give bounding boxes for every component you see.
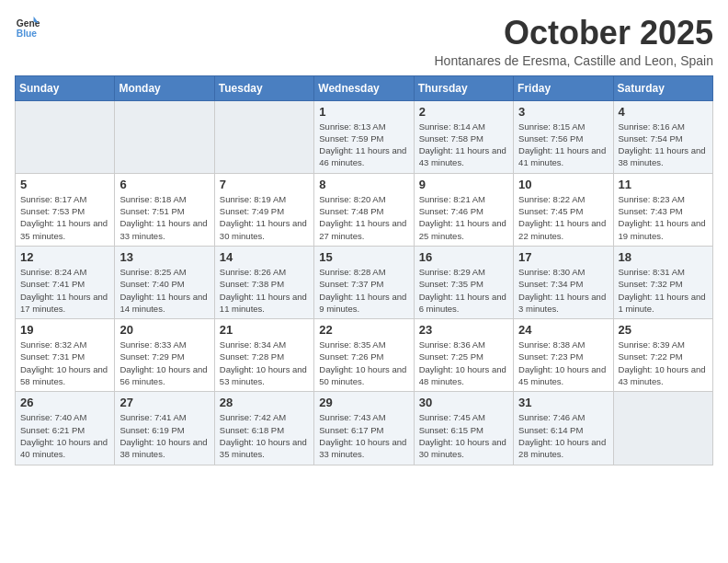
calendar-cell: 1Sunrise: 8:13 AM Sunset: 7:59 PM Daylig…	[314, 100, 414, 173]
day-number: 29	[319, 396, 408, 409]
day-number: 9	[419, 178, 508, 191]
calendar-cell: 9Sunrise: 8:21 AM Sunset: 7:46 PM Daylig…	[414, 173, 513, 246]
day-info: Sunrise: 8:20 AM Sunset: 7:48 PM Dayligh…	[319, 193, 408, 242]
day-number: 12	[20, 250, 109, 264]
calendar-cell: 30Sunrise: 7:45 AM Sunset: 6:15 PM Dayli…	[414, 392, 513, 465]
day-number: 3	[518, 105, 608, 119]
svg-text:Blue: Blue	[17, 29, 38, 39]
day-number: 21	[220, 323, 309, 337]
calendar-cell: 28Sunrise: 7:42 AM Sunset: 6:18 PM Dayli…	[214, 392, 313, 465]
calendar-week-row: 1Sunrise: 8:13 AM Sunset: 7:59 PM Daylig…	[16, 100, 713, 173]
day-info: Sunrise: 8:18 AM Sunset: 7:51 PM Dayligh…	[119, 193, 209, 242]
weekday-header-row: SundayMondayTuesdayWednesdayThursdayFrid…	[16, 75, 713, 100]
calendar-cell: 22Sunrise: 8:35 AM Sunset: 7:26 PM Dayli…	[314, 319, 414, 392]
weekday-header-wednesday: Wednesday	[314, 75, 414, 100]
day-number: 6	[119, 178, 209, 191]
calendar-cell: 10Sunrise: 8:22 AM Sunset: 7:45 PM Dayli…	[514, 173, 613, 246]
day-info: Sunrise: 8:24 AM Sunset: 7:41 PM Dayligh…	[20, 266, 109, 315]
day-number: 1	[319, 105, 408, 119]
day-number: 24	[518, 323, 608, 337]
day-number: 23	[419, 323, 508, 337]
calendar-cell: 2Sunrise: 8:14 AM Sunset: 7:58 PM Daylig…	[414, 100, 513, 173]
day-info: Sunrise: 7:46 AM Sunset: 6:14 PM Dayligh…	[518, 411, 608, 460]
calendar-cell: 26Sunrise: 7:40 AM Sunset: 6:21 PM Dayli…	[16, 392, 115, 465]
calendar-cell: 12Sunrise: 8:24 AM Sunset: 7:41 PM Dayli…	[16, 246, 115, 318]
calendar-week-row: 26Sunrise: 7:40 AM Sunset: 6:21 PM Dayli…	[16, 392, 713, 465]
day-number: 2	[419, 105, 508, 119]
location-subtitle: Hontanares de Eresma, Castille and Leon,…	[434, 53, 713, 68]
day-number: 15	[319, 250, 408, 264]
calendar-cell: 5Sunrise: 8:17 AM Sunset: 7:53 PM Daylig…	[16, 173, 115, 246]
day-number: 27	[119, 396, 209, 409]
calendar-cell: 31Sunrise: 7:46 AM Sunset: 6:14 PM Dayli…	[514, 392, 613, 465]
day-info: Sunrise: 8:28 AM Sunset: 7:37 PM Dayligh…	[319, 266, 408, 315]
calendar-week-row: 12Sunrise: 8:24 AM Sunset: 7:41 PM Dayli…	[16, 246, 713, 318]
calendar-cell: 20Sunrise: 8:33 AM Sunset: 7:29 PM Dayli…	[115, 319, 214, 392]
day-number: 25	[619, 323, 708, 337]
day-info: Sunrise: 7:43 AM Sunset: 6:17 PM Dayligh…	[319, 411, 408, 460]
day-info: Sunrise: 8:34 AM Sunset: 7:28 PM Dayligh…	[220, 339, 309, 387]
day-number: 30	[419, 396, 508, 409]
calendar-cell: 4Sunrise: 8:16 AM Sunset: 7:54 PM Daylig…	[613, 100, 712, 173]
calendar-cell: 19Sunrise: 8:32 AM Sunset: 7:31 PM Dayli…	[16, 319, 115, 392]
day-info: Sunrise: 8:19 AM Sunset: 7:49 PM Dayligh…	[220, 193, 309, 242]
logo-icon: General Blue	[15, 15, 40, 40]
day-number: 7	[220, 178, 309, 191]
day-info: Sunrise: 8:16 AM Sunset: 7:54 PM Dayligh…	[619, 121, 708, 169]
day-number: 4	[619, 105, 708, 119]
calendar-cell: 3Sunrise: 8:15 AM Sunset: 7:56 PM Daylig…	[514, 100, 613, 173]
day-info: Sunrise: 8:25 AM Sunset: 7:40 PM Dayligh…	[119, 266, 209, 315]
calendar-cell: 8Sunrise: 8:20 AM Sunset: 7:48 PM Daylig…	[314, 173, 414, 246]
calendar-cell: 14Sunrise: 8:26 AM Sunset: 7:38 PM Dayli…	[214, 246, 313, 318]
day-info: Sunrise: 7:42 AM Sunset: 6:18 PM Dayligh…	[220, 411, 309, 460]
day-info: Sunrise: 8:36 AM Sunset: 7:25 PM Dayligh…	[419, 339, 508, 387]
calendar-cell: 11Sunrise: 8:23 AM Sunset: 7:43 PM Dayli…	[613, 173, 712, 246]
day-info: Sunrise: 8:17 AM Sunset: 7:53 PM Dayligh…	[20, 193, 109, 242]
calendar-cell	[214, 100, 313, 173]
day-number: 19	[20, 323, 109, 337]
day-info: Sunrise: 8:26 AM Sunset: 7:38 PM Dayligh…	[220, 266, 309, 315]
day-info: Sunrise: 8:29 AM Sunset: 7:35 PM Dayligh…	[419, 266, 508, 315]
day-number: 13	[119, 250, 209, 264]
day-info: Sunrise: 7:41 AM Sunset: 6:19 PM Dayligh…	[119, 411, 209, 460]
day-info: Sunrise: 8:32 AM Sunset: 7:31 PM Dayligh…	[20, 339, 109, 387]
day-info: Sunrise: 8:14 AM Sunset: 7:58 PM Dayligh…	[419, 121, 508, 169]
day-info: Sunrise: 8:30 AM Sunset: 7:34 PM Dayligh…	[518, 266, 608, 315]
weekday-header-thursday: Thursday	[414, 75, 513, 100]
calendar-week-row: 19Sunrise: 8:32 AM Sunset: 7:31 PM Dayli…	[16, 319, 713, 392]
calendar-cell: 24Sunrise: 8:38 AM Sunset: 7:23 PM Dayli…	[514, 319, 613, 392]
svg-text:General: General	[17, 18, 40, 29]
calendar-cell	[115, 100, 214, 173]
calendar-cell: 7Sunrise: 8:19 AM Sunset: 7:49 PM Daylig…	[214, 173, 313, 246]
page-header: General Blue October 2025 Hontanares de …	[15, 15, 713, 68]
calendar-cell	[16, 100, 115, 173]
calendar-cell: 25Sunrise: 8:39 AM Sunset: 7:22 PM Dayli…	[613, 319, 712, 392]
day-info: Sunrise: 8:21 AM Sunset: 7:46 PM Dayligh…	[419, 193, 508, 242]
day-info: Sunrise: 8:33 AM Sunset: 7:29 PM Dayligh…	[119, 339, 209, 387]
day-number: 18	[619, 250, 708, 264]
weekday-header-tuesday: Tuesday	[214, 75, 313, 100]
weekday-header-sunday: Sunday	[16, 75, 115, 100]
day-number: 28	[220, 396, 309, 409]
day-info: Sunrise: 8:31 AM Sunset: 7:32 PM Dayligh…	[619, 266, 708, 315]
month-title: October 2025	[434, 15, 713, 52]
weekday-header-monday: Monday	[115, 75, 214, 100]
day-number: 26	[20, 396, 109, 409]
day-info: Sunrise: 8:38 AM Sunset: 7:23 PM Dayligh…	[518, 339, 608, 387]
day-number: 22	[319, 323, 408, 337]
day-number: 16	[419, 250, 508, 264]
day-info: Sunrise: 8:23 AM Sunset: 7:43 PM Dayligh…	[619, 193, 708, 242]
calendar-cell: 23Sunrise: 8:36 AM Sunset: 7:25 PM Dayli…	[414, 319, 513, 392]
weekday-header-friday: Friday	[514, 75, 613, 100]
day-number: 14	[220, 250, 309, 264]
day-info: Sunrise: 8:35 AM Sunset: 7:26 PM Dayligh…	[319, 339, 408, 387]
calendar-cell: 13Sunrise: 8:25 AM Sunset: 7:40 PM Dayli…	[115, 246, 214, 318]
calendar-cell: 17Sunrise: 8:30 AM Sunset: 7:34 PM Dayli…	[514, 246, 613, 318]
day-number: 5	[20, 178, 109, 191]
day-number: 20	[119, 323, 209, 337]
day-info: Sunrise: 8:22 AM Sunset: 7:45 PM Dayligh…	[518, 193, 608, 242]
day-number: 11	[619, 178, 708, 191]
calendar-cell: 16Sunrise: 8:29 AM Sunset: 7:35 PM Dayli…	[414, 246, 513, 318]
calendar-table: SundayMondayTuesdayWednesdayThursdayFrid…	[15, 75, 713, 465]
calendar-cell: 6Sunrise: 8:18 AM Sunset: 7:51 PM Daylig…	[115, 173, 214, 246]
